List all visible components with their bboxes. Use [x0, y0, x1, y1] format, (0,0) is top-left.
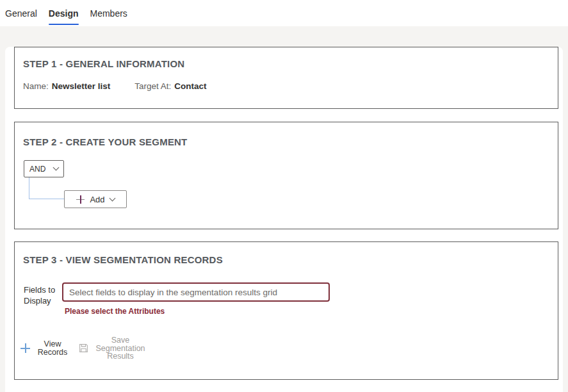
active-tab-underline — [49, 24, 79, 26]
step3-actions: View Records Save Segmentation Results — [20, 336, 149, 361]
step2-section: STEP 2 - CREATE YOUR SEGMENT AND Add — [14, 122, 558, 229]
validation-error-message: Please select the Attributes — [65, 307, 165, 316]
name-value: Newsletter list — [52, 81, 111, 91]
chevron-down-icon — [109, 195, 115, 201]
view-records-button[interactable]: View Records — [20, 340, 70, 357]
save-icon — [79, 343, 88, 353]
tab-members[interactable]: Members — [90, 0, 127, 26]
target-at-label: Target At: — [134, 81, 171, 91]
save-segmentation-results-button[interactable]: Save Segmentation Results — [79, 336, 149, 361]
add-condition-button[interactable]: Add — [64, 190, 127, 208]
plus-icon — [20, 343, 30, 353]
target-at-value: Contact — [174, 81, 206, 91]
save-segmentation-results-label: Save Segmentation Results — [92, 336, 149, 361]
name-label: Name: — [23, 81, 49, 91]
logical-operator-dropdown[interactable]: AND — [24, 160, 64, 177]
view-records-label: View Records — [35, 340, 70, 357]
tab-bar: General Design Members — [0, 0, 568, 26]
fields-to-display-label: Fields to Display — [24, 284, 59, 306]
tab-design-label: Design — [49, 8, 79, 19]
tab-design[interactable]: Design — [49, 0, 79, 26]
step1-info-row: Name: Newsletter list Target At: Contact — [23, 81, 207, 91]
step1-title: STEP 1 - GENERAL INFORMATION — [23, 58, 184, 69]
step1-section: STEP 1 - GENERAL INFORMATION Name: Newsl… — [14, 47, 558, 109]
segment-tree-connector — [29, 177, 64, 199]
step2-title: STEP 2 - CREATE YOUR SEGMENT — [23, 136, 187, 147]
tab-members-label: Members — [90, 8, 127, 19]
tab-general[interactable]: General — [5, 0, 37, 26]
chevron-down-icon — [53, 165, 60, 171]
add-button-label: Add — [90, 195, 104, 204]
plus-icon — [76, 195, 85, 204]
design-panel: STEP 1 - GENERAL INFORMATION Name: Newsl… — [5, 47, 563, 392]
step3-title: STEP 3 - VIEW SEGMENTATION RECORDS — [23, 254, 223, 265]
fields-to-display-input[interactable] — [62, 282, 330, 302]
tab-general-label: General — [5, 8, 37, 19]
step3-section: STEP 3 - VIEW SEGMENTATION RECORDS Field… — [14, 241, 558, 380]
operator-value: AND — [29, 165, 45, 174]
page-background: STEP 1 - GENERAL INFORMATION Name: Newsl… — [0, 26, 568, 392]
